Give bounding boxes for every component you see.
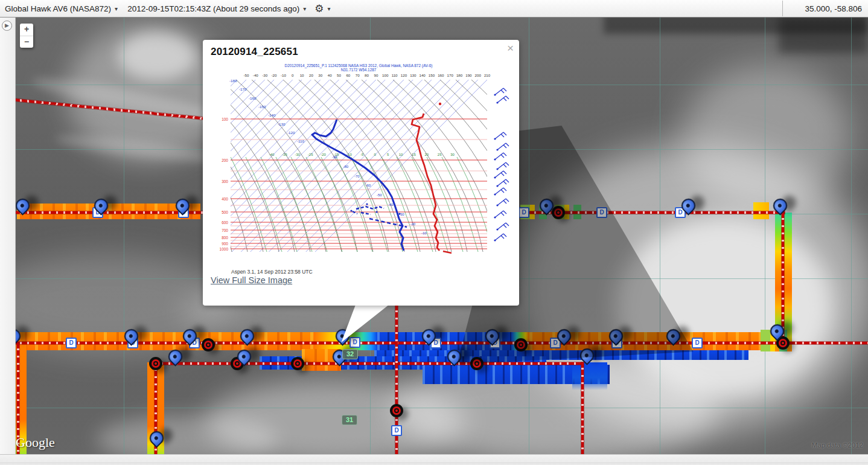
view-full-size-link[interactable]: View Full Size Image <box>211 275 292 285</box>
cloud-imagery <box>118 32 196 80</box>
svg-text:130: 130 <box>410 73 416 77</box>
chevron-down-icon: ▾ <box>328 5 331 12</box>
chevron-down-icon: ▾ <box>303 5 306 12</box>
svg-text:40: 40 <box>328 73 332 77</box>
svg-text:210: 210 <box>484 73 491 77</box>
svg-text:-10: -10 <box>421 231 427 235</box>
svg-text:-35: -35 <box>282 153 287 156</box>
svg-text:1000: 1000 <box>220 247 229 251</box>
scrollbar-groove <box>0 463 868 463</box>
toolbar-separator <box>782 1 783 16</box>
graticule-line-vertical <box>765 17 765 454</box>
gear-icon: ⚙ <box>314 4 324 14</box>
cursor-coordinates: 35.000, -58.806 <box>805 0 862 17</box>
waypoint-marker[interactable] <box>202 338 215 351</box>
left-sidebar: ▶ <box>0 17 16 454</box>
svg-text:-80: -80 <box>343 165 349 168</box>
svg-text:25: 25 <box>438 153 442 156</box>
svg-text:70: 70 <box>356 73 360 77</box>
svg-text:-30: -30 <box>295 153 300 156</box>
dropsonde-icon[interactable]: D <box>391 425 402 436</box>
skewt-sounding-chart: 1002003004005006007008009001000D20120914… <box>219 62 520 267</box>
flight-track-diagonal <box>0 97 205 120</box>
cloud-imagery <box>54 131 217 167</box>
storm-cloud-imagery <box>682 65 851 210</box>
waypoint-label-badge: 32 <box>342 349 358 359</box>
svg-text:180: 180 <box>456 73 463 77</box>
svg-text:10: 10 <box>300 73 304 77</box>
svg-text:0: 0 <box>292 73 294 77</box>
svg-text:500: 500 <box>222 210 228 214</box>
sounding-title: 20120914_225651 <box>211 46 298 58</box>
svg-text:170: 170 <box>447 73 454 77</box>
map-attribution: Map data ©2012 <box>812 441 863 449</box>
dark-imagery-strip <box>604 17 868 34</box>
zoom-in-button[interactable]: + <box>20 24 33 36</box>
svg-text:-180: -180 <box>229 79 237 83</box>
svg-text:-30: -30 <box>262 73 268 77</box>
svg-text:200: 200 <box>222 158 228 162</box>
svg-text:-25: -25 <box>308 153 313 156</box>
svg-text:300: 300 <box>222 179 228 184</box>
google-logo[interactable]: Google <box>16 435 55 451</box>
timestamp-label: 2012-09-15T02:15:43Z (About 29 seconds a… <box>127 4 299 13</box>
dropsonde-icon[interactable]: D <box>66 338 77 348</box>
flight-track <box>156 362 583 365</box>
flight-track <box>581 362 584 454</box>
dark-imagery-strip <box>779 17 868 53</box>
svg-text:400: 400 <box>222 197 228 201</box>
waypoint-marker[interactable] <box>390 404 403 417</box>
dropsonde-icon[interactable]: D <box>692 338 703 348</box>
svg-text:-50: -50 <box>377 193 382 197</box>
svg-text:-160: -160 <box>249 96 257 100</box>
svg-text:-170: -170 <box>239 87 247 91</box>
svg-text:900: 900 <box>222 242 228 246</box>
svg-text:160: 160 <box>438 73 444 77</box>
chart-footer-caption: Aspen 3.1, 14 Sep 2012 23:58 UTC <box>231 269 313 275</box>
svg-text:150: 150 <box>429 73 435 77</box>
dropsonde-icon[interactable]: D <box>349 337 360 348</box>
top-toolbar: Global Hawk AV6 (NASA872) ▾ 2012-09-15T0… <box>0 0 868 18</box>
svg-text:-60: -60 <box>366 184 371 187</box>
zoom-out-button[interactable]: − <box>20 36 33 48</box>
svg-text:-40: -40 <box>269 153 275 156</box>
svg-text:-20: -20 <box>410 222 416 226</box>
svg-text:20: 20 <box>309 73 313 77</box>
svg-text:30: 30 <box>318 73 322 77</box>
svg-text:80: 80 <box>365 73 369 77</box>
svg-text:10: 10 <box>399 153 403 156</box>
data-curtain-strip <box>572 362 607 390</box>
svg-text:90: 90 <box>374 73 378 77</box>
svg-text:60: 60 <box>346 73 350 77</box>
map-zoom-control: + − <box>20 24 33 48</box>
waypoint-label-badge: 31 <box>342 415 357 425</box>
waypoint-marker[interactable] <box>149 357 162 370</box>
svg-text:-10: -10 <box>281 73 287 77</box>
svg-text:190: 190 <box>465 73 472 77</box>
svg-text:800: 800 <box>222 236 228 240</box>
svg-text:700: 700 <box>222 228 228 232</box>
cloud-imagery <box>205 379 465 454</box>
waypoint-marker[interactable] <box>291 357 304 370</box>
bottom-scrollbar[interactable] <box>0 454 868 465</box>
svg-text:-120: -120 <box>287 130 295 135</box>
svg-text:30: 30 <box>450 153 455 156</box>
settings-menu[interactable]: ⚙ ▾ <box>314 4 330 14</box>
svg-text:-130: -130 <box>278 122 286 126</box>
aircraft-selector[interactable]: Global Hawk AV6 (NASA872) ▾ <box>5 4 118 13</box>
timestamp-selector[interactable]: 2012-09-15T02:15:43Z (About 29 seconds a… <box>127 4 306 13</box>
svg-text:-50: -50 <box>244 73 250 77</box>
svg-text:-140: -140 <box>268 113 276 117</box>
svg-text:50: 50 <box>337 73 341 77</box>
svg-text:-110: -110 <box>297 139 304 143</box>
graticule-line-horizontal <box>0 408 868 408</box>
flight-track <box>782 213 784 343</box>
data-curtain-strip <box>12 332 314 350</box>
sidebar-expand-icon[interactable]: ▶ <box>2 21 12 31</box>
map-canvas[interactable]: DDDDDDDDDDDDDDD3231 20120914_225651 × 10… <box>0 17 868 454</box>
svg-text:-20: -20 <box>272 73 278 77</box>
svg-text:600: 600 <box>222 220 228 225</box>
svg-text:100: 100 <box>222 117 228 121</box>
close-icon[interactable]: × <box>507 42 514 54</box>
chevron-down-icon: ▾ <box>115 5 118 12</box>
